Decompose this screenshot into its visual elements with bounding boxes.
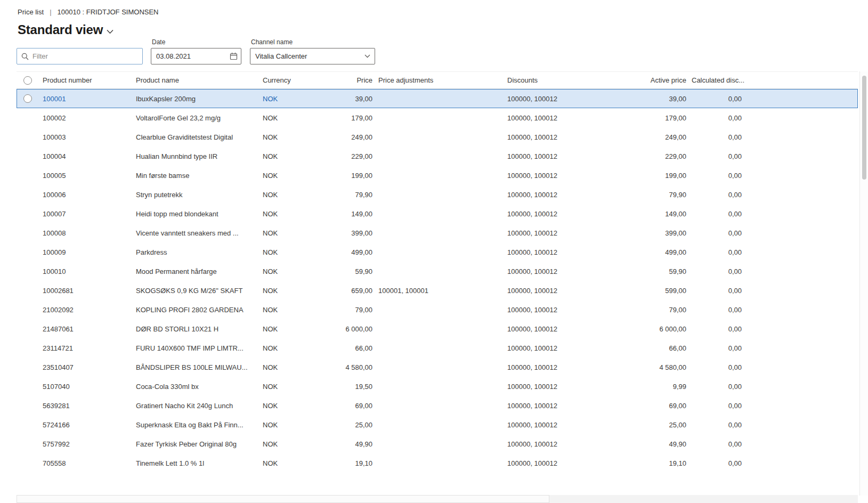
cell-name: Tinemelk Lett 1.0 % 1l bbox=[136, 459, 263, 467]
row-select-cell[interactable] bbox=[17, 319, 43, 338]
vertical-scrollbar[interactable] bbox=[859, 71, 868, 496]
row-select-cell[interactable] bbox=[17, 204, 43, 223]
cell-price: 25,00 bbox=[299, 421, 372, 429]
cell-currency: NOK bbox=[263, 325, 299, 333]
table-row[interactable]: 100006Stryn putetrekkNOK79,90100000, 100… bbox=[17, 185, 858, 204]
cell-active_price: 79,90 bbox=[615, 191, 686, 199]
cell-price: 229,00 bbox=[299, 152, 372, 160]
table-row[interactable]: 23114721FURU 140X600 TMF IMP LIMTR...NOK… bbox=[17, 338, 858, 358]
table-row[interactable]: 10002681SKOGSØKS 0,9 KG M/26" SKAFTNOK65… bbox=[17, 281, 858, 300]
channel-input[interactable] bbox=[250, 52, 360, 60]
cell-discounts: 100000, 100012 bbox=[507, 95, 615, 103]
row-select-cell[interactable] bbox=[17, 377, 43, 396]
cell-number: 100010 bbox=[43, 267, 136, 275]
column-header-price[interactable]: Price bbox=[299, 76, 372, 84]
table-row[interactable]: 5107040Coca-Cola 330ml bxNOK19,50100000,… bbox=[17, 377, 858, 396]
table-row[interactable]: 100009ParkdressNOK499,00100000, 10001249… bbox=[17, 242, 858, 262]
cell-discounts: 100000, 100012 bbox=[507, 210, 615, 218]
cell-calc_discount: 0,00 bbox=[686, 114, 745, 122]
table-row[interactable]: 100002VoltarolForte Gel 23,2 mg/gNOK179,… bbox=[17, 108, 858, 127]
row-select-cell[interactable] bbox=[17, 147, 43, 166]
cell-currency: NOK bbox=[263, 229, 299, 237]
cell-currency: NOK bbox=[263, 191, 299, 199]
grid-body: 100001IbuxKapsler 200mgNOK39,00100000, 1… bbox=[17, 89, 858, 473]
row-select-cell[interactable] bbox=[17, 89, 43, 108]
view-selector[interactable]: Standard view bbox=[18, 22, 113, 37]
column-header-number[interactable]: Product number bbox=[43, 76, 136, 84]
row-select-cell[interactable] bbox=[17, 338, 43, 358]
horizontal-scrollbar[interactable] bbox=[17, 495, 858, 503]
column-header-calc_discount[interactable]: Calculated disc... bbox=[686, 76, 745, 84]
cell-currency[interactable]: NOK bbox=[263, 95, 299, 103]
cell-number: 705558 bbox=[43, 459, 136, 467]
table-row[interactable]: 21487061DØR BD STORLI 10X21 HNOK6 000,00… bbox=[17, 319, 858, 338]
table-row[interactable]: 21002092KOPLING PROFI 2802 GARDENANOK79,… bbox=[17, 300, 858, 319]
cell-number: 100002 bbox=[43, 114, 136, 122]
row-select-cell[interactable] bbox=[17, 300, 43, 319]
table-row[interactable]: 100008Vicente vanntett sneakers med ...N… bbox=[17, 223, 858, 242]
vertical-scrollbar-thumb[interactable] bbox=[862, 76, 866, 180]
table-row[interactable]: 100004Hualian Munnbind type IIRNOK229,00… bbox=[17, 147, 858, 166]
cell-calc_discount: 0,00 bbox=[686, 459, 745, 467]
row-select-cell[interactable] bbox=[17, 434, 43, 453]
date-picker-button[interactable] bbox=[226, 48, 241, 64]
cell-price: 79,90 bbox=[299, 191, 372, 199]
row-select-cell[interactable] bbox=[17, 108, 43, 127]
date-input[interactable] bbox=[151, 52, 226, 60]
price-list-page: Price list | 100010 : FRIDTJOF SIMONSEN … bbox=[0, 0, 868, 503]
cell-discounts: 100000, 100012 bbox=[507, 383, 615, 391]
channel-dropdown-button[interactable] bbox=[360, 48, 375, 64]
table-row[interactable]: 5639281Gratinert Nacho Kit 240g LunchNOK… bbox=[17, 396, 858, 415]
cell-discounts: 100000, 100012 bbox=[507, 248, 615, 256]
table-row[interactable]: 5757992Fazer Tyrkisk Peber Original 80gN… bbox=[17, 434, 858, 453]
cell-active_price: 229,00 bbox=[615, 152, 686, 160]
cell-currency: NOK bbox=[263, 363, 299, 371]
filter-input[interactable] bbox=[33, 52, 138, 60]
row-select-cell[interactable] bbox=[17, 242, 43, 262]
row-select-cell[interactable] bbox=[17, 223, 43, 242]
table-row[interactable]: 100001IbuxKapsler 200mgNOK39,00100000, 1… bbox=[17, 89, 858, 108]
table-row[interactable]: 5724166Superknask Elta og Bakt På Finn..… bbox=[17, 415, 858, 434]
date-field[interactable] bbox=[151, 48, 241, 64]
column-header-discounts[interactable]: Discounts bbox=[507, 76, 615, 84]
column-header-active_price[interactable]: Active price bbox=[615, 76, 686, 84]
table-row[interactable]: 705558Tinemelk Lett 1.0 % 1lNOK19,101000… bbox=[17, 453, 858, 473]
table-row[interactable]: 100010Mood Permanent hårfargeNOK59,90100… bbox=[17, 262, 858, 281]
row-select-cell[interactable] bbox=[17, 415, 43, 434]
table-row[interactable]: 100005Min første bamseNOK199,00100000, 1… bbox=[17, 166, 858, 185]
row-select-cell[interactable] bbox=[17, 396, 43, 415]
row-select-cell[interactable] bbox=[17, 262, 43, 281]
table-row[interactable]: 100003Clearblue Graviditetstest DigitalN… bbox=[17, 127, 858, 147]
breadcrumb-price-list[interactable]: Price list bbox=[18, 8, 44, 16]
row-select-radio[interactable] bbox=[23, 94, 32, 103]
row-select-cell[interactable] bbox=[17, 166, 43, 185]
cell-active_price: 499,00 bbox=[615, 248, 686, 256]
row-select-cell[interactable] bbox=[17, 127, 43, 147]
row-select-cell[interactable] bbox=[17, 281, 43, 300]
cell-name: Vicente vanntett sneakers med ... bbox=[136, 229, 263, 237]
filter-searchbox[interactable] bbox=[17, 48, 143, 64]
cell-number: 5724166 bbox=[43, 421, 136, 429]
channel-combobox[interactable] bbox=[250, 48, 375, 64]
cell-currency: NOK bbox=[263, 440, 299, 448]
cell-calc_discount: 0,00 bbox=[686, 440, 745, 448]
horizontal-scrollbar-thumb[interactable] bbox=[17, 495, 549, 503]
select-all-radio[interactable] bbox=[23, 76, 32, 85]
cell-currency: NOK bbox=[263, 267, 299, 275]
row-select-cell[interactable] bbox=[17, 185, 43, 204]
select-all-cell[interactable] bbox=[17, 72, 43, 88]
row-select-cell[interactable] bbox=[17, 453, 43, 473]
breadcrumb-record[interactable]: 100010 : FRIDTJOF SIMONSEN bbox=[58, 8, 159, 16]
column-header-adjustments[interactable]: Price adjustments bbox=[372, 76, 507, 84]
cell-number[interactable]: 100001 bbox=[43, 95, 136, 103]
cell-discounts: 100000, 100012 bbox=[507, 172, 615, 180]
column-header-currency[interactable]: Currency bbox=[263, 76, 299, 84]
cell-active_price: 199,00 bbox=[615, 172, 686, 180]
calendar-icon bbox=[230, 52, 238, 60]
table-row[interactable]: 23510407BÅNDSLIPER BS 100LE MILWAU...NOK… bbox=[17, 358, 858, 377]
column-header-name[interactable]: Product name bbox=[136, 76, 263, 84]
table-row[interactable]: 100007Heidi topp med blondekantNOK149,00… bbox=[17, 204, 858, 223]
date-label: Date bbox=[152, 38, 165, 46]
row-select-cell[interactable] bbox=[17, 358, 43, 377]
cell-number: 100006 bbox=[43, 191, 136, 199]
